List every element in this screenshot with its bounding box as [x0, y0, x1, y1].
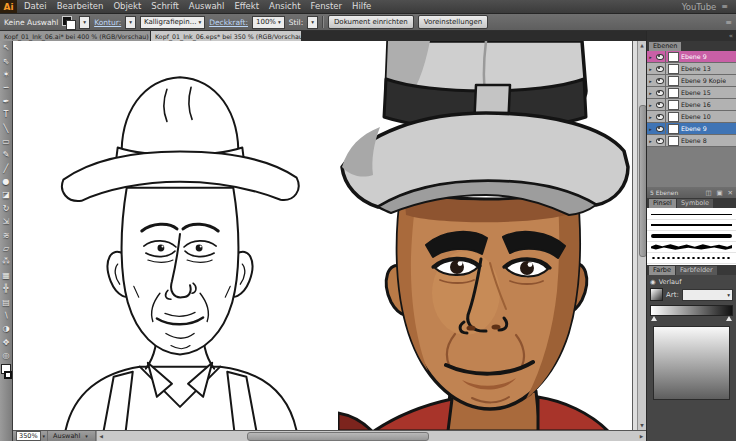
vertical-scroll-thumb[interactable]	[639, 105, 646, 257]
magic-wand-tool[interactable]: ✶	[0, 68, 13, 81]
rectangle-tool[interactable]: ▭	[0, 135, 13, 148]
layer-row[interactable]: ▸ Ebene 13	[647, 63, 736, 75]
stroke-link-label[interactable]: Kontur:	[94, 18, 121, 27]
scroll-right-icon[interactable]: ▶	[637, 431, 646, 441]
vertical-scrollbar[interactable]: ▲ ▼	[637, 41, 646, 430]
horizontal-scrollbar[interactable]: ◀ ▶	[96, 431, 646, 441]
layer-name[interactable]: Ebene 9 Kopie	[681, 77, 726, 84]
eye-icon[interactable]	[656, 66, 664, 72]
zoom-tool[interactable]: ◎	[0, 349, 13, 362]
scroll-up-icon[interactable]: ▲	[638, 41, 646, 50]
stroke-weight-dropdown[interactable]: ▾	[125, 16, 136, 29]
disclosure-triangle-icon[interactable]: ▸	[647, 54, 654, 60]
tab-pinsel[interactable]: Pinsel	[649, 199, 676, 208]
line-segment-tool[interactable]: ╲	[0, 121, 13, 134]
canvas[interactable]: ▲ ▼	[13, 41, 646, 430]
fill-stroke-indicator[interactable]	[0, 364, 13, 381]
hand-tool[interactable]: ✥	[0, 336, 13, 349]
eyedropper-tool[interactable]: ∖	[0, 309, 13, 322]
opacity-link-label[interactable]: Deckkraft:	[209, 18, 248, 27]
gradient-tool[interactable]: ▤	[0, 295, 13, 308]
fill-color-dropdown[interactable]: ▾	[79, 16, 90, 29]
layer-row[interactable]: ▸ Ebene 8	[647, 135, 736, 147]
scatter-brush-stroke[interactable]	[647, 253, 736, 264]
hairline-brush-stroke[interactable]	[647, 209, 736, 220]
menu-item[interactable]: Ansicht	[264, 0, 305, 13]
lasso-tool[interactable]: ∽	[0, 81, 13, 94]
gradient-fill-preview[interactable]	[650, 288, 663, 301]
layer-row[interactable]: ▸ Ebene 10	[647, 111, 736, 123]
scale-tool[interactable]: ⇲	[0, 215, 13, 228]
free-transform-tool[interactable]: ▱	[0, 242, 13, 255]
eraser-tool[interactable]: ◪	[0, 188, 13, 201]
tab-ebenen[interactable]: Ebenen	[649, 42, 681, 51]
layer-row[interactable]: ▸ Ebene 15	[647, 87, 736, 99]
layer-name[interactable]: Ebene 15	[681, 89, 711, 96]
gradient-stop-start[interactable]	[651, 316, 657, 321]
tab-farbfelder[interactable]: Farbfelder	[676, 266, 717, 275]
disclosure-triangle-icon[interactable]: ▸	[647, 138, 654, 144]
direct-selection-tool[interactable]: ⇖	[0, 54, 13, 67]
visibility-cell[interactable]	[654, 99, 666, 110]
gradient-stop-end[interactable]	[726, 316, 732, 321]
visibility-cell[interactable]	[654, 51, 666, 62]
brush-definition-dropdown[interactable]: Kalligrafiepin... ▾	[140, 16, 205, 29]
medium-brush-stroke[interactable]	[647, 231, 736, 242]
type-tool[interactable]: T	[0, 108, 13, 121]
delete-layer-icon[interactable]: ✕	[728, 189, 733, 197]
symbol-sprayer-tool[interactable]: ⁂	[0, 255, 13, 268]
document-setup-button[interactable]: Dokument einrichten	[328, 15, 414, 29]
paintbrush-tool[interactable]: ✎	[0, 148, 13, 161]
selection-tool[interactable]: ↖	[0, 41, 13, 54]
toolbar-stroke-swatch[interactable]	[4, 371, 12, 379]
layer-name[interactable]: Ebene 8	[681, 137, 707, 144]
eye-icon[interactable]	[656, 90, 664, 96]
artwork-colored[interactable]	[338, 41, 632, 430]
menu-item[interactable]: Hilfe	[347, 0, 376, 13]
visibility-cell[interactable]	[654, 75, 666, 86]
pen-tool[interactable]: ✒	[0, 95, 13, 108]
eye-icon[interactable]	[656, 114, 664, 120]
menu-item[interactable]: Auswahl	[184, 0, 230, 13]
blob-brush-tool[interactable]: ●	[0, 175, 13, 188]
layer-row[interactable]: ▸ Ebene 9 Kopie	[647, 75, 736, 87]
control-panel-menu-icon[interactable]: ≡	[725, 18, 732, 27]
visibility-cell[interactable]	[654, 111, 666, 122]
layer-name[interactable]: Ebene 13	[681, 65, 711, 72]
collapse-dock-icon[interactable]: «	[729, 32, 733, 40]
visibility-cell[interactable]	[654, 135, 666, 146]
width-tool[interactable]: ≋	[0, 228, 13, 241]
eye-icon[interactable]	[656, 78, 664, 84]
workspace-switcher-icon[interactable]: ≡	[721, 2, 728, 11]
scroll-left-icon[interactable]: ◀	[97, 431, 106, 441]
zoom-caret-icon[interactable]: ▾	[43, 433, 46, 439]
menu-item[interactable]: Datei	[19, 0, 52, 13]
style-dropdown[interactable]: ▾	[307, 16, 318, 29]
disclosure-triangle-icon[interactable]: ▸	[647, 126, 654, 132]
preferences-button[interactable]: Voreinstellungen	[418, 15, 489, 29]
disclosure-triangle-icon[interactable]: ▸	[647, 78, 654, 84]
make-clipping-mask-icon[interactable]: ◫	[705, 189, 711, 197]
layer-row[interactable]: ▸ Ebene 9	[647, 123, 736, 135]
disclosure-triangle-icon[interactable]: ▸	[647, 90, 654, 96]
horizontal-scroll-thumb[interactable]	[247, 432, 429, 441]
zoom-level-box[interactable]: 350%	[16, 431, 41, 441]
tab-farbe[interactable]: Farbe	[649, 266, 675, 275]
disclosure-triangle-icon[interactable]: ▸	[647, 102, 654, 108]
eye-icon[interactable]	[656, 138, 664, 144]
eye-icon[interactable]	[656, 126, 664, 132]
document-tab-active[interactable]: Kopf_01_Ink_06.eps* bei 350 % (RGB/Vorsc…	[151, 31, 302, 41]
menu-item[interactable]: Schrift	[146, 0, 184, 13]
rotate-tool[interactable]: ↻	[0, 202, 13, 215]
opacity-dropdown[interactable]: 100% ▾	[252, 16, 285, 29]
menu-item[interactable]: Fenster	[305, 0, 347, 13]
menu-item[interactable]: Effekt	[229, 0, 264, 13]
layer-name[interactable]: Ebene 16	[681, 101, 711, 108]
disclosure-triangle-icon[interactable]: ▸	[647, 66, 654, 72]
eye-icon[interactable]	[656, 54, 664, 60]
document-tab-inactive[interactable]: Kopf_01_Ink_06.ai* bei 400 % (RGB/Vorsch…	[0, 31, 151, 41]
pencil-tool[interactable]: ╱	[0, 162, 13, 175]
visibility-cell[interactable]	[654, 87, 666, 98]
gradient-type-dropdown[interactable]: ▾	[682, 289, 733, 301]
layer-name[interactable]: Ebene 9	[681, 53, 707, 60]
